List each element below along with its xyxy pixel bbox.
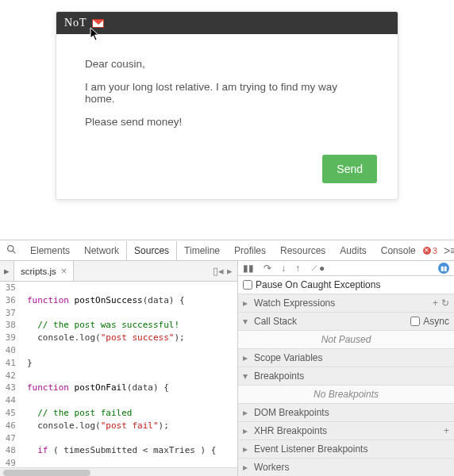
code-editor[interactable]: 3536function postOnSuccess(data) {3738 /… — [0, 282, 237, 467]
step-out-icon[interactable]: ↑ — [295, 263, 300, 274]
email-line: Please send money! — [85, 116, 369, 128]
no-breakpoints-message: No Breakpoints — [238, 386, 454, 404]
console-drawer-icon[interactable]: >≡ — [444, 244, 454, 257]
svg-point-0 — [8, 245, 13, 251]
breakpoints-panel[interactable]: Breakpoints — [238, 367, 454, 386]
async-checkbox[interactable] — [410, 317, 420, 326]
history-back-icon[interactable]: ▯◂ — [213, 265, 224, 277]
email-body: Dear cousin, I am your long lost relativ… — [56, 34, 398, 155]
tab-sources[interactable]: Sources — [126, 241, 177, 260]
dom-breakpoints-panel[interactable]: DOM Breakpoints — [238, 404, 454, 422]
tab-elements[interactable]: Elements — [23, 241, 77, 260]
tab-timeline[interactable]: Timeline — [177, 241, 227, 260]
add-icon[interactable]: + — [433, 298, 438, 309]
devtools-tabs: ElementsNetworkSourcesTimelineProfilesRe… — [0, 240, 454, 261]
cursor-icon — [90, 27, 101, 44]
close-icon[interactable]: × — [61, 265, 67, 277]
debugger-pane: ▮▮ ↷ ↓ ↑ ⟋● ▮▮ Pause On Caught Exception… — [238, 261, 454, 476]
sidebar-toggle-icon[interactable]: ▸ — [0, 261, 14, 282]
search-icon[interactable] — [0, 244, 23, 257]
error-badge[interactable]: ✕3 — [423, 246, 437, 255]
app-title: NoT — [64, 17, 87, 29]
add-icon[interactable]: + — [444, 425, 449, 436]
devtools: ElementsNetworkSourcesTimelineProfilesRe… — [0, 240, 454, 476]
envelope-icon — [92, 19, 104, 28]
tab-resources[interactable]: Resources — [273, 241, 333, 260]
pause-on-exceptions-icon[interactable]: ▮▮ — [438, 263, 449, 274]
tab-profiles[interactable]: Profiles — [227, 241, 273, 260]
step-over-icon[interactable]: ↷ — [264, 263, 271, 274]
workers-panel[interactable]: Workers — [238, 459, 454, 476]
more-icon[interactable]: ▸ — [227, 265, 233, 277]
email-line: Dear cousin, — [85, 58, 369, 70]
pause-on-caught-row[interactable]: Pause On Caught Exceptions — [238, 276, 454, 294]
file-tab[interactable]: scripts.js × — [14, 261, 74, 281]
email-line: I am your long lost relative. I am tryin… — [85, 81, 369, 105]
xhr-breakpoints-panel[interactable]: XHR Breakpoints+ — [238, 422, 454, 440]
pause-on-caught-checkbox[interactable] — [243, 280, 252, 290]
tab-audits[interactable]: Audits — [333, 241, 373, 260]
horizontal-scrollbar[interactable] — [0, 467, 237, 476]
step-into-icon[interactable]: ↓ — [281, 263, 286, 274]
email-window: NoT Dear cousin, I am your long lost rel… — [56, 11, 398, 200]
watch-expressions-panel[interactable]: Watch Expressions + ↻ — [238, 294, 454, 313]
deactivate-breakpoints-icon[interactable]: ⟋● — [310, 263, 325, 274]
tab-network[interactable]: Network — [77, 241, 126, 260]
svg-line-1 — [13, 251, 15, 253]
pause-icon[interactable]: ▮▮ — [243, 263, 254, 274]
call-stack-panel[interactable]: Call Stack Async — [238, 313, 454, 331]
event-listener-breakpoints-panel[interactable]: Event Listener Breakpoints — [238, 440, 454, 459]
tab-console[interactable]: Console — [374, 241, 423, 260]
send-button[interactable]: Send — [322, 155, 377, 183]
refresh-icon[interactable]: ↻ — [441, 298, 449, 309]
scope-variables-panel[interactable]: Scope Variables — [238, 349, 454, 367]
sources-left-pane: ▸ scripts.js × ▯◂ ▸ 3536function postOnS… — [0, 261, 238, 476]
titlebar: NoT — [56, 12, 398, 34]
not-paused-message: Not Paused — [238, 331, 454, 349]
